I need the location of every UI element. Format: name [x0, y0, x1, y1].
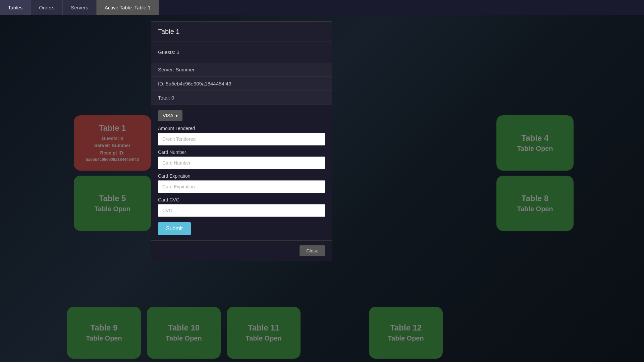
- tab-orders[interactable]: Orders: [31, 0, 63, 15]
- card-number-input[interactable]: [158, 157, 325, 169]
- amount-tendered-group: Amount Tendered: [158, 126, 325, 145]
- amount-tendered-label: Amount Tendered: [158, 126, 325, 131]
- submit-button[interactable]: Submit: [158, 222, 191, 235]
- card-cvc-group: Card CVC: [158, 197, 325, 217]
- navbar: Tables Orders Servers Active Table: Tabl…: [0, 0, 644, 15]
- modal-info-section: Server: Summer ID: 5a5eb4c96e909a1844454…: [151, 63, 332, 105]
- tab-servers[interactable]: Servers: [63, 0, 97, 15]
- card-cvc-label: Card CVC: [158, 197, 325, 202]
- modal-body: VISA Amount Tendered Card Number Card Ex…: [151, 105, 332, 240]
- modal-guests: Guests: 3: [151, 45, 332, 59]
- card-cvc-input[interactable]: [158, 204, 325, 217]
- modal-server: Server: Summer: [151, 63, 332, 77]
- modal-footer: Close: [151, 240, 332, 261]
- modal-total: Total: 0: [151, 91, 332, 105]
- card-expiration-label: Card Expiration: [158, 173, 325, 179]
- modal-title: Table 1: [151, 22, 332, 42]
- visa-dropdown-button[interactable]: VISA: [158, 110, 182, 121]
- card-number-group: Card Number: [158, 149, 325, 169]
- tab-active-table[interactable]: Active Table: Table 1: [97, 0, 159, 15]
- card-expiration-input[interactable]: [158, 180, 325, 193]
- modal-panel: Table 1 Guests: 3 Server: Summer ID: 5a5…: [151, 21, 332, 261]
- card-expiration-group: Card Expiration: [158, 173, 325, 193]
- main-content: Table 1 Guests: 3 Server: Summer Receipt…: [0, 15, 644, 362]
- card-number-label: Card Number: [158, 149, 325, 155]
- close-button[interactable]: Close: [300, 245, 325, 256]
- modal-id: ID: 5a5eb4c96e909a1844454f43: [151, 77, 332, 91]
- amount-tendered-input[interactable]: [158, 133, 325, 145]
- tab-tables[interactable]: Tables: [0, 0, 31, 15]
